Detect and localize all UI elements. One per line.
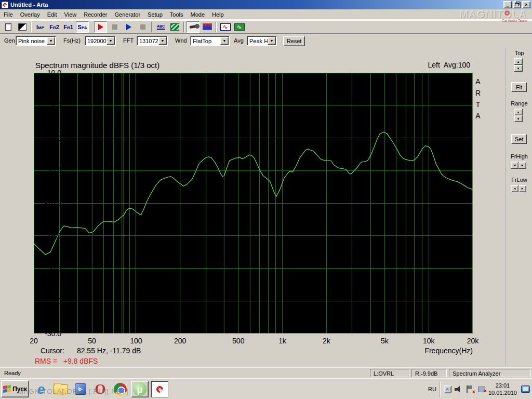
restore-icon xyxy=(515,3,519,6)
window-function-select[interactable]: FlatTop ▼ xyxy=(190,36,230,46)
overlay-button[interactable] xyxy=(168,21,181,33)
spectrum-plot[interactable] xyxy=(34,73,473,334)
utorrent-icon: µ xyxy=(133,382,147,396)
taskbar-icon-internet-explorer[interactable]: e xyxy=(32,381,50,397)
menu-item-edit[interactable]: Edit xyxy=(44,10,61,19)
restore-button[interactable] xyxy=(513,1,521,8)
dropdown-arrow-icon[interactable]: ▼ xyxy=(268,37,276,45)
range-label: Range xyxy=(507,100,532,107)
x-tick-label: 100 xyxy=(130,337,142,345)
record-play-icon xyxy=(98,24,103,30)
generator-type-select[interactable]: Pink noise ▼ xyxy=(16,36,56,46)
spectrum-mountains-icon xyxy=(203,23,212,30)
show-desktop-icon[interactable] xyxy=(521,385,530,393)
frlow-left-button[interactable]: ◄ xyxy=(511,185,518,192)
menu-item-tools[interactable]: Tools xyxy=(166,10,187,19)
record-start-button[interactable] xyxy=(94,21,107,33)
menu-item-setup[interactable]: Setup xyxy=(144,10,166,19)
record-stop-button[interactable] xyxy=(108,21,121,33)
frlow-label: FrLow xyxy=(507,177,532,183)
x-tick-label: 500 xyxy=(232,337,244,345)
dropdown-arrow-icon[interactable]: ▼ xyxy=(47,37,55,45)
invert-colors-button[interactable] xyxy=(16,21,29,33)
reset-button[interactable]: Reset xyxy=(283,36,305,46)
taskbar-icon-opera[interactable]: O xyxy=(91,381,109,397)
menu-item-generator[interactable]: Generator xyxy=(111,10,144,19)
main-toolbar: Imp Fr2 Fr1 Spa ABC ∿ ∿ xyxy=(0,20,532,33)
fft-size-select[interactable]: 131072 ▼ xyxy=(137,36,168,46)
fr1-mode-button[interactable]: Fr1 xyxy=(62,21,75,33)
fr2-mode-button[interactable]: Fr2 xyxy=(48,21,61,33)
top-up-button[interactable]: ▲ xyxy=(514,58,523,65)
microphone-button[interactable] xyxy=(187,21,200,33)
generator-stop-button[interactable] xyxy=(136,21,149,33)
taskbar-icon-chrome[interactable] xyxy=(111,381,129,397)
set-button[interactable]: Set xyxy=(511,134,527,144)
frlow-right-button[interactable]: ► xyxy=(518,185,526,192)
spectrum-view-button[interactable] xyxy=(201,21,214,33)
range-spinner: ▲ ▼ xyxy=(514,109,523,122)
minimize-button[interactable]: _ xyxy=(503,1,512,8)
cursor-label: Cursor: xyxy=(41,347,64,355)
generator-start-button[interactable] xyxy=(122,21,135,33)
security-alert-icon[interactable]: × xyxy=(467,385,473,393)
status-text: Ready xyxy=(4,370,21,376)
language-indicator[interactable]: RU xyxy=(428,386,436,392)
range-down-button[interactable]: ▼ xyxy=(514,115,523,122)
menu-item-view[interactable]: View xyxy=(61,10,81,19)
taskbar-icon-utorrent[interactable]: µ xyxy=(131,381,149,397)
signal-view-button[interactable]: ∿ xyxy=(219,21,232,33)
menu-item-overlay[interactable]: Overlay xyxy=(17,10,44,19)
new-file-button[interactable] xyxy=(2,21,15,33)
frhigh-right-button[interactable]: ► xyxy=(518,162,526,169)
invert-colors-icon xyxy=(18,23,26,31)
menu-item-mode[interactable]: Mode xyxy=(187,10,208,19)
taskbar-icon-media-player[interactable]: ▶ xyxy=(72,381,89,397)
network-disconnected-icon[interactable]: × xyxy=(478,387,485,392)
x-tick-label: 2k xyxy=(323,337,330,345)
generator-type-value: Pink noise xyxy=(16,38,47,44)
start-button[interactable]: Пуск xyxy=(1,380,29,397)
range-up-button[interactable]: ▲ xyxy=(514,109,523,115)
menu-item-help[interactable]: Help xyxy=(208,10,228,19)
grid-lines xyxy=(34,73,473,334)
stop-icon xyxy=(112,24,117,30)
stripes-icon xyxy=(170,23,179,31)
taskbar-icon-arta[interactable] xyxy=(151,381,168,397)
averaging-select[interactable]: Peak Hol ▼ xyxy=(247,36,277,46)
generator-play-icon xyxy=(126,24,131,30)
hidden-icons-button[interactable]: « xyxy=(444,385,451,393)
sample-rate-select[interactable]: 192000 ▼ xyxy=(85,36,116,46)
impulse-mode-button[interactable]: Imp xyxy=(34,21,47,33)
scope-view-button[interactable]: ∿ xyxy=(233,21,246,33)
arta-window: Untitled - Arta _ × FileOverlayEditViewR… xyxy=(0,0,532,399)
tray-clock[interactable]: 23:01 10.01.2010 xyxy=(488,382,517,396)
stop-icon xyxy=(140,24,145,30)
frhigh-left-button[interactable]: ◄ xyxy=(511,162,518,169)
fit-button[interactable]: Fit xyxy=(511,82,527,92)
volume-icon[interactable] xyxy=(455,386,462,393)
top-down-button[interactable]: ▼ xyxy=(514,65,523,72)
status-bar: Ready L:OVRL R:-9.9dB Spectrum Analyzer xyxy=(0,367,532,378)
taskbar: Пуск e▶Oµ RU « × × 23:01 10.01.2010 xyxy=(0,378,532,399)
text-label-button[interactable]: ABC xyxy=(154,21,167,33)
menu-item-recorder[interactable]: Recorder xyxy=(80,10,111,19)
toolbar-separator xyxy=(216,22,217,32)
dropdown-arrow-icon[interactable]: ▼ xyxy=(220,37,229,45)
x-tick-label: 20k xyxy=(467,337,479,345)
title-bar[interactable]: Untitled - Arta _ × xyxy=(0,0,532,9)
toolbar-separator xyxy=(183,22,184,32)
spectrum-plot-svg[interactable] xyxy=(34,73,473,334)
spa-mode-button[interactable]: Spa xyxy=(76,21,89,33)
right-channel-status: R:-9.9dB xyxy=(411,369,447,377)
panel-divider xyxy=(505,48,506,366)
x-axis-title: Frequency(Hz) xyxy=(424,347,473,355)
system-tray: RU « × × 23:01 10.01.2010 xyxy=(428,379,532,399)
dropdown-arrow-icon[interactable]: ▼ xyxy=(158,37,167,45)
taskbar-icon-file-manager[interactable] xyxy=(52,381,70,397)
toolbar-separator xyxy=(31,22,32,32)
opera-icon: O xyxy=(95,382,105,396)
dropdown-arrow-icon[interactable]: ▼ xyxy=(107,37,115,45)
close-button[interactable]: × xyxy=(522,1,530,8)
menu-item-file[interactable]: File xyxy=(0,10,17,19)
